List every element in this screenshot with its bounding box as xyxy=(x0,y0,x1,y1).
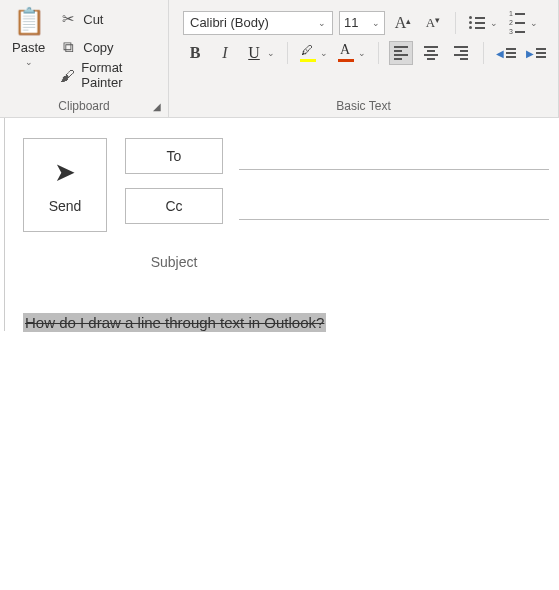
copy-label: Copy xyxy=(83,40,113,55)
to-field[interactable] xyxy=(239,142,549,170)
ribbon: 📋 Paste ⌄ ✂ Cut ⧉ Copy 🖌 Format Painter xyxy=(0,0,559,118)
font-name-dropdown[interactable]: Calibri (Body) ⌄ xyxy=(183,11,333,35)
chevron-down-icon: ⌄ xyxy=(318,18,326,28)
chevron-down-icon[interactable]: ⌄ xyxy=(528,18,540,28)
underline-icon: U xyxy=(248,44,260,62)
cc-button[interactable]: Cc xyxy=(125,188,223,224)
chevron-down-icon[interactable]: ⌄ xyxy=(265,48,277,58)
decrease-font-icon: A▾ xyxy=(426,15,440,31)
align-center-icon xyxy=(424,46,438,60)
cut-label: Cut xyxy=(83,12,103,27)
decrease-font-size-button[interactable]: A▾ xyxy=(421,11,445,35)
italic-icon: I xyxy=(222,44,227,62)
bold-button[interactable]: B xyxy=(183,41,207,65)
subject-field[interactable] xyxy=(249,250,549,274)
basic-text-group: Calibri (Body) ⌄ 11 ⌄ A▴ A▾ xyxy=(169,0,559,117)
align-center-button[interactable] xyxy=(419,41,443,65)
font-color-button[interactable]: A ⌄ xyxy=(336,43,368,63)
align-left-icon xyxy=(394,46,408,60)
chevron-down-icon: ⌄ xyxy=(372,18,380,28)
chevron-down-icon[interactable]: ⌄ xyxy=(25,57,33,67)
increase-font-icon: A▴ xyxy=(395,14,412,32)
format-painter-label: Format Painter xyxy=(81,60,158,90)
increase-indent-button[interactable]: ▶ xyxy=(524,41,548,65)
subject-label: Subject xyxy=(129,254,219,270)
decrease-indent-button[interactable]: ◀ xyxy=(494,41,518,65)
bullets-button[interactable]: ⌄ xyxy=(466,16,500,29)
copy-icon: ⧉ xyxy=(59,38,77,56)
highlight-icon: 🖊 xyxy=(298,43,318,63)
send-label: Send xyxy=(49,198,82,214)
separator xyxy=(287,42,288,64)
decrease-indent-icon: ◀ xyxy=(496,48,516,59)
clipboard-group: 📋 Paste ⌄ ✂ Cut ⧉ Copy 🖌 Format Painter xyxy=(0,0,169,117)
separator xyxy=(455,12,456,34)
body-selected-text: How do I draw a line through text in Out… xyxy=(23,313,326,332)
basic-text-group-label: Basic Text xyxy=(169,95,558,115)
compose-area: ➤ Send To Cc Subject How do I draw a lin… xyxy=(4,118,559,331)
paintbrush-icon: 🖌 xyxy=(59,67,75,84)
chevron-down-icon[interactable]: ⌄ xyxy=(356,48,368,58)
align-right-button[interactable] xyxy=(449,41,473,65)
chevron-down-icon[interactable]: ⌄ xyxy=(488,18,500,28)
font-name-value: Calibri (Body) xyxy=(190,15,269,30)
cut-button[interactable]: ✂ Cut xyxy=(55,6,162,32)
paste-label: Paste xyxy=(12,40,45,55)
cc-field[interactable] xyxy=(239,192,549,220)
increase-font-size-button[interactable]: A▴ xyxy=(391,11,415,35)
to-button[interactable]: To xyxy=(125,138,223,174)
send-button[interactable]: ➤ Send xyxy=(23,138,107,232)
bold-icon: B xyxy=(190,44,201,62)
send-icon: ➤ xyxy=(54,157,76,188)
underline-button[interactable]: U ⌄ xyxy=(243,44,277,62)
paste-button[interactable]: 📋 Paste ⌄ xyxy=(6,4,51,92)
numbering-icon: 1 2 3 xyxy=(509,10,525,35)
separator xyxy=(483,42,484,64)
clipboard-dialog-launcher[interactable]: ◢ xyxy=(150,99,164,113)
chevron-down-icon[interactable]: ⌄ xyxy=(318,48,330,58)
font-size-value: 11 xyxy=(344,15,358,30)
increase-indent-icon: ▶ xyxy=(526,48,546,59)
font-color-icon: A xyxy=(336,43,356,63)
separator xyxy=(378,42,379,64)
copy-button[interactable]: ⧉ Copy xyxy=(55,34,162,60)
bullets-icon xyxy=(469,16,485,29)
align-right-icon xyxy=(454,46,468,60)
numbering-button[interactable]: 1 2 3 ⌄ xyxy=(506,10,540,35)
font-size-dropdown[interactable]: 11 ⌄ xyxy=(339,11,385,35)
format-painter-button[interactable]: 🖌 Format Painter xyxy=(55,62,162,88)
align-left-button[interactable] xyxy=(389,41,413,65)
message-body[interactable]: How do I draw a line through text in Out… xyxy=(23,314,549,331)
scissors-icon: ✂ xyxy=(59,10,77,28)
clipboard-group-label: Clipboard xyxy=(0,95,168,115)
clipboard-icon: 📋 xyxy=(13,8,45,34)
text-highlight-button[interactable]: 🖊 ⌄ xyxy=(298,43,330,63)
italic-button[interactable]: I xyxy=(213,41,237,65)
